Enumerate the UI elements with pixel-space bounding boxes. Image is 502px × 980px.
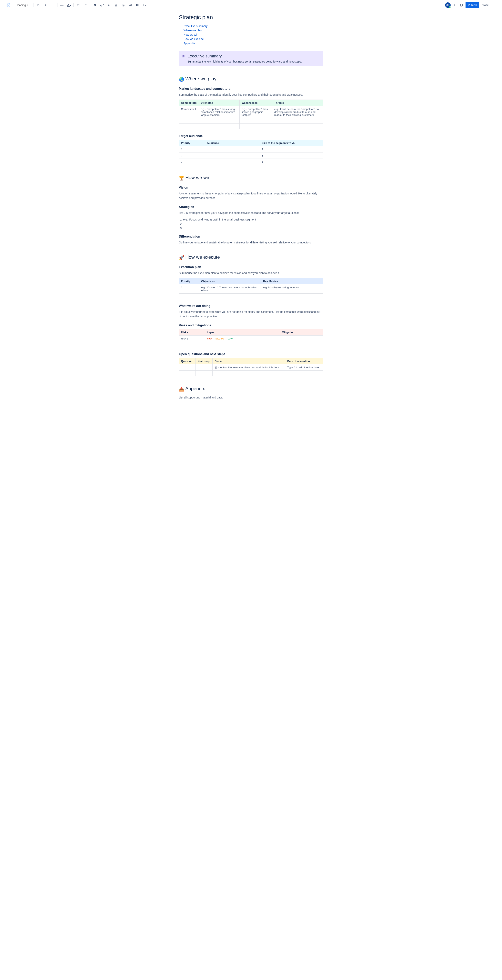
svg-point-7 [123,5,123,5]
body-text[interactable]: Summarize the state of the market. Ident… [179,92,323,97]
section-heading[interactable]: 📥Appendix [179,386,323,392]
subsection-heading[interactable]: Differentiation [179,235,323,238]
table-header: Key Metrics [261,278,323,285]
table-header: Risks [179,329,205,336]
body-text[interactable]: List all supporting material and data. [179,395,323,399]
table-row[interactable]: Competitor 1 e.g., Competitor 1 has stro… [179,106,323,118]
info-panel[interactable]: Executive summary Summarize the key high… [179,51,323,66]
align-button[interactable]: ▾ [59,2,65,8]
invite-button[interactable]: ＋ [451,2,458,8]
heading-selector-label: Heading 2 [16,3,28,7]
subsection-heading[interactable]: Risks and mitigations [179,324,323,327]
table-row[interactable]: 3$ [179,159,323,165]
svg-point-0 [77,4,78,5]
competitors-table[interactable]: Competitors Strengths Weaknesses Threats… [179,100,323,129]
layouts-button[interactable] [134,2,140,8]
table-row[interactable]: 2$ [179,153,323,159]
impact-cell[interactable]: HIGH/MEDIUM/LOW [205,336,280,342]
svg-point-8 [123,5,124,5]
section-heading[interactable]: 🚀How we execute [179,255,323,260]
bullet-list-button[interactable] [75,2,81,8]
svg-rect-9 [129,4,131,6]
publish-button[interactable]: Publish [465,2,479,8]
section-title: How we execute [185,255,220,260]
document-body[interactable]: Strategic plan Executive summary Where w… [177,14,325,400]
table-header: Impact [205,329,280,336]
toc-link[interactable]: Executive summary [183,24,207,28]
body-text[interactable]: A vision statement is the anchor point o… [179,191,323,200]
status-low: LOW [228,337,233,340]
table-header: Question [179,358,196,364]
subsection-heading[interactable]: Strategies [179,205,323,209]
section-heading[interactable]: 🏆How we win [179,175,323,181]
section-title: How we win [185,175,210,180]
mention-button[interactable]: @ [113,2,119,8]
svg-point-1 [77,5,78,5]
heading-selector[interactable]: Heading 2 ▾ [14,2,32,8]
text-color-button[interactable]: A▾ [66,2,72,8]
table-of-contents: Executive summary Where we play How we w… [179,24,323,45]
body-text[interactable]: Outline your unique and sustainable long… [179,240,323,245]
note-icon [182,54,185,59]
body-text[interactable]: List 3-5 strategies for how you'll navig… [179,211,323,215]
list-item[interactable] [183,227,323,230]
questions-table[interactable]: Question Next step Owner Date of resolut… [179,358,323,376]
more-actions-button[interactable]: ⋯ [491,2,497,8]
more-formatting-button[interactable]: ⋯ [49,2,56,8]
close-button[interactable]: Close [480,2,490,8]
svg-rect-15 [183,56,183,57]
list-item[interactable] [183,222,323,225]
table-header: Priority [179,278,199,285]
avatar[interactable]: CK [445,2,451,8]
body-text[interactable]: Summarize the execution plan to achieve … [179,271,323,275]
subsection-heading[interactable]: Execution plan [179,266,323,269]
subsection-heading[interactable]: Market landscape and competitors [179,87,323,91]
table-row[interactable]: @ mention the team members responsible f… [179,364,323,371]
numbered-list-button[interactable] [82,2,88,8]
toc-link[interactable]: How we execute [183,37,204,41]
table-header: Priority [179,140,205,146]
body-text[interactable]: It is equally important to state what yo… [179,310,323,318]
table-row[interactable]: 1$ [179,146,323,153]
subsection-heading[interactable]: What we're not doing [179,304,323,308]
toc-link[interactable]: How we win [183,33,198,36]
panel-body: Summarize the key highlights of your bus… [188,60,320,63]
table-row[interactable] [179,118,323,124]
table-header: Owner [213,358,285,364]
list-item[interactable]: e.g., Focus on driving growth in the sma… [183,218,323,221]
italic-button[interactable]: I [42,2,49,8]
strategies-list[interactable]: e.g., Focus on driving growth in the sma… [179,218,323,230]
section-heading[interactable]: 🌏Where we play [179,76,323,82]
table-row[interactable] [179,342,323,347]
execution-table[interactable]: Priority Objectives Key Metrics 1e.g., C… [179,278,323,299]
toc-link[interactable]: Where we play [183,29,202,32]
table-row[interactable]: 1e.g., Convert 100 new customers through… [179,285,323,294]
table-button[interactable] [127,2,133,8]
globe-emoji-icon: 🌏 [179,77,184,82]
risks-table[interactable]: Risks Impact Mitigation Risk 1 HIGH/MEDI… [179,329,323,347]
emoji-button[interactable] [120,2,126,8]
rocket-emoji-icon: 🚀 [179,255,184,260]
toolbar-separator [57,3,57,7]
table-row[interactable] [179,124,323,129]
svg-point-5 [108,5,109,5]
svg-point-6 [122,4,124,6]
svg-rect-13 [183,55,184,56]
subsection-heading[interactable]: Target audience [179,134,323,138]
request-changes-button[interactable] [459,2,465,8]
image-button[interactable] [106,2,112,8]
table-row[interactable] [179,371,323,376]
table-header: Audience [205,140,260,146]
bold-button[interactable]: B [35,2,41,8]
link-button[interactable] [99,2,105,8]
audience-table[interactable]: Priority Audience Size of the segment (T… [179,140,323,165]
page-title[interactable]: Strategic plan [179,14,323,21]
subsection-heading[interactable]: Open questions and next steps [179,352,323,356]
action-item-button[interactable] [92,2,98,8]
toc-link[interactable]: Appendix [183,42,195,45]
table-row[interactable]: Risk 1 HIGH/MEDIUM/LOW [179,336,323,342]
table-row[interactable] [179,294,323,299]
insert-button[interactable]: ＋▾ [141,2,147,8]
svg-point-2 [77,6,78,6]
subsection-heading[interactable]: Vision [179,186,323,189]
